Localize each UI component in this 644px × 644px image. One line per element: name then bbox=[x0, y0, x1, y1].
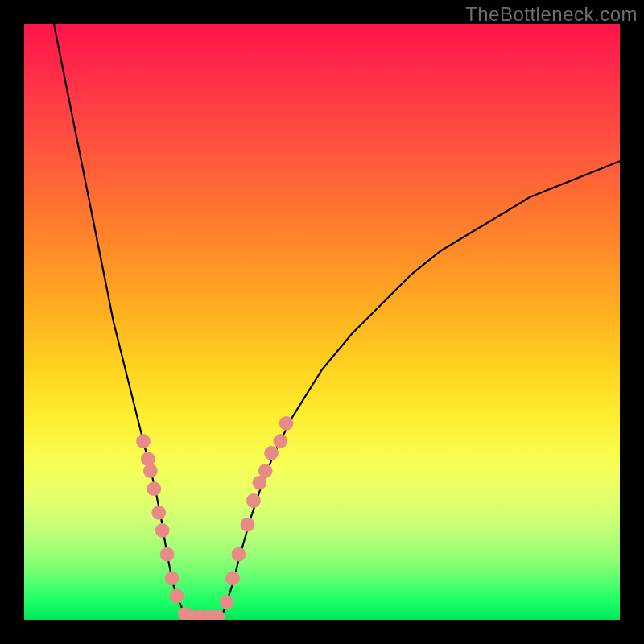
dots-group bbox=[136, 416, 293, 620]
sample-dot bbox=[165, 571, 180, 585]
sample-dot bbox=[258, 464, 273, 478]
sample-dot bbox=[160, 547, 175, 562]
curve-left-curve bbox=[54, 24, 191, 620]
sample-dot bbox=[241, 518, 255, 532]
sample-dot bbox=[279, 416, 294, 431]
sample-dot bbox=[225, 571, 240, 585]
series-group bbox=[54, 24, 620, 620]
sample-dot bbox=[170, 589, 184, 604]
sample-dot bbox=[141, 452, 155, 466]
sample-dot bbox=[220, 595, 234, 609]
watermark-label: TheBottleneck.com bbox=[465, 3, 638, 26]
sample-dot bbox=[273, 434, 287, 448]
sample-dot bbox=[246, 493, 261, 508]
plot-area bbox=[24, 24, 620, 620]
sample-dot bbox=[155, 523, 170, 538]
sample-dot bbox=[147, 481, 161, 496]
sample-dot bbox=[136, 434, 151, 448]
sample-dot bbox=[143, 464, 158, 478]
chart-svg bbox=[24, 24, 620, 620]
chart-frame: TheBottleneck.com bbox=[0, 0, 644, 644]
sample-dot bbox=[232, 547, 246, 562]
sample-dot bbox=[264, 446, 279, 460]
curve-right-curve bbox=[221, 161, 620, 620]
sample-dot bbox=[151, 506, 166, 520]
